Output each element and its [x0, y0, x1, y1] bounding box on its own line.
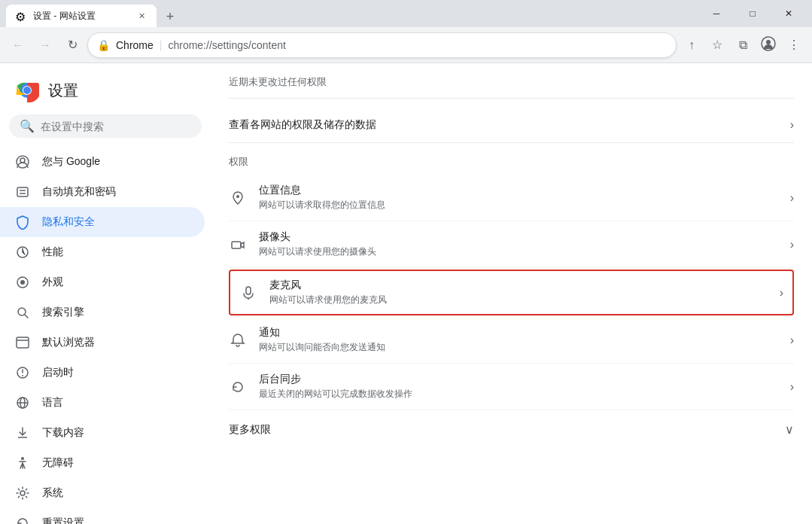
notifications-permission-text: 通知网站可以询问能否向您发送通知	[259, 326, 778, 354]
share-icon: ↑	[689, 38, 695, 52]
permission-item-notifications[interactable]: 通知网站可以询问能否向您发送通知›	[229, 317, 794, 364]
sidebar-item-privacy[interactable]: 隐私和安全	[0, 207, 205, 237]
permissions-section-title: 权限	[229, 143, 794, 175]
more-permissions-row[interactable]: 更多权限 ∨	[229, 410, 794, 449]
restore-button[interactable]: □	[735, 2, 770, 26]
svg-rect-8	[17, 187, 28, 196]
svg-point-24	[21, 457, 24, 460]
sidebar-nav: 您与 Google自动填充和密码隐私和安全性能外观搜索引擎默认浏览器启动时语言下…	[0, 147, 211, 524]
svg-point-13	[20, 280, 25, 285]
sidebar-item-label-language: 语言	[42, 396, 63, 410]
location-permission-text: 位置信息网站可以请求取得您的位置信息	[259, 184, 778, 212]
search-icon: 🔍	[20, 119, 35, 133]
active-tab[interactable]: ⚙ 设置 - 网站设置 ✕	[6, 5, 157, 27]
svg-point-26	[236, 195, 239, 198]
camera-permission-icon	[229, 236, 247, 254]
accessibility-nav-icon	[15, 455, 30, 471]
share-button[interactable]: ↑	[680, 33, 704, 57]
back-button[interactable]: ←	[6, 33, 30, 57]
view-sites-row[interactable]: 查看各网站的权限及储存的数据 ›	[229, 108, 794, 143]
back-icon: ←	[12, 38, 24, 52]
sidebar-item-appearance[interactable]: 外观	[0, 267, 205, 297]
profile-button[interactable]	[756, 33, 780, 57]
settings-page-title: 设置	[48, 81, 78, 101]
view-sites-chevron-icon: ›	[790, 118, 794, 132]
sidebar-item-performance[interactable]: 性能	[0, 237, 205, 267]
sidebar-item-google[interactable]: 您与 Google	[0, 147, 205, 177]
sidebar-item-label-downloads: 下载内容	[42, 426, 84, 440]
tab-strip: ⚙ 设置 - 网站设置 ✕ +	[6, 0, 699, 27]
permissions-list: 位置信息网站可以请求取得您的位置信息›摄像头网站可以请求使用您的摄像头›麦克风网…	[229, 175, 794, 410]
language-nav-icon	[15, 395, 30, 410]
sidebar-item-label-accessibility: 无障碍	[42, 456, 74, 470]
search-input[interactable]	[41, 120, 191, 133]
downloads-nav-icon	[15, 425, 30, 440]
sidebar-item-label-privacy: 隐私和安全	[42, 215, 95, 229]
sidebar-item-label-reset: 重置设置	[42, 516, 84, 524]
google-nav-icon	[15, 154, 30, 169]
permission-item-background-sync[interactable]: 后台同步最近关闭的网站可以完成数据收发操作›	[229, 364, 794, 410]
svg-rect-27	[232, 242, 241, 248]
permission-item-camera[interactable]: 摄像头网站可以请求使用您的摄像头›	[229, 221, 794, 268]
background-sync-chevron-icon: ›	[790, 380, 794, 394]
microphone-permission-title: 麦克风	[269, 279, 768, 292]
minimize-button[interactable]: ─	[699, 2, 734, 26]
sidebar-item-label-system: 系统	[42, 486, 63, 500]
more-permissions-label: 更多权限	[229, 423, 271, 437]
location-permission-icon	[229, 189, 247, 207]
microphone-permission-desc: 网站可以请求使用您的麦克风	[269, 294, 768, 306]
forward-button[interactable]: →	[33, 33, 57, 57]
tab-search-button[interactable]: ⧉	[731, 33, 755, 57]
address-bar[interactable]: 🔒 Chrome | chrome://settings/content	[87, 32, 677, 58]
new-tab-button[interactable]: +	[160, 6, 181, 27]
permission-item-microphone[interactable]: 麦克风网站可以请求使用您的麦克风›	[229, 270, 794, 315]
camera-permission-title: 摄像头	[259, 230, 778, 244]
tab-close-button[interactable]: ✕	[135, 10, 147, 22]
sidebar-item-label-browser: 默认浏览器	[42, 336, 95, 349]
microphone-permission-icon	[239, 284, 257, 302]
sidebar-item-reset[interactable]: 重置设置	[0, 508, 205, 524]
sidebar-item-startup[interactable]: 启动时	[0, 358, 205, 388]
performance-nav-icon	[15, 245, 30, 260]
microphone-chevron-icon: ›	[780, 286, 783, 300]
view-sites-label: 查看各网站的权限及储存的数据	[229, 118, 376, 132]
menu-button[interactable]: ⋮	[782, 33, 806, 57]
profile-icon	[761, 36, 776, 54]
sidebar-item-system[interactable]: 系统	[0, 478, 205, 508]
sidebar-item-browser[interactable]: 默认浏览器	[0, 328, 205, 358]
sidebar-item-label-search: 搜索引擎	[42, 306, 84, 319]
bookmark-button[interactable]: ☆	[705, 33, 729, 57]
address-url: chrome://settings/content	[168, 39, 285, 51]
sidebar-item-search[interactable]: 搜索引擎	[0, 297, 205, 328]
svg-point-1	[766, 40, 771, 44]
lock-icon: 🔒	[97, 39, 110, 51]
close-button[interactable]: ✕	[771, 2, 806, 26]
sidebar-header: 设置	[0, 69, 211, 114]
microphone-permission-text: 麦克风网站可以请求使用您的麦克风	[269, 279, 768, 306]
sidebar-item-label-google: 您与 Google	[42, 155, 100, 169]
notifications-permission-desc: 网站可以询问能否向您发送通知	[259, 341, 778, 354]
sidebar-item-downloads[interactable]: 下载内容	[0, 418, 205, 448]
tab-search-icon: ⧉	[739, 38, 747, 52]
svg-point-5	[23, 87, 31, 94]
notifications-permission-icon	[229, 331, 247, 349]
svg-point-19	[22, 375, 23, 376]
sidebar-item-accessibility[interactable]: 无障碍	[0, 448, 205, 478]
location-chevron-icon: ›	[790, 191, 794, 205]
sidebar-item-label-startup: 启动时	[42, 366, 74, 379]
camera-permission-text: 摄像头网站可以请求使用您的摄像头	[259, 230, 778, 258]
sidebar-item-autofill[interactable]: 自动填充和密码	[0, 177, 205, 207]
sidebar-item-language[interactable]: 语言	[0, 388, 205, 418]
reload-icon: ↻	[68, 38, 78, 52]
notifications-chevron-icon: ›	[790, 334, 794, 347]
background-sync-permission-icon	[229, 378, 247, 396]
permission-item-location[interactable]: 位置信息网站可以请求取得您的位置信息›	[229, 175, 794, 221]
address-separator: |	[160, 39, 163, 51]
search-nav-icon	[15, 305, 30, 320]
toolbar-actions: ↑ ☆ ⧉ ⋮	[680, 33, 806, 57]
search-bar[interactable]: 🔍	[9, 114, 202, 138]
window-controls: ─ □ ✕	[699, 2, 806, 26]
bookmark-icon: ☆	[712, 38, 722, 52]
reload-button[interactable]: ↻	[60, 33, 84, 57]
chrome-logo	[15, 78, 39, 102]
